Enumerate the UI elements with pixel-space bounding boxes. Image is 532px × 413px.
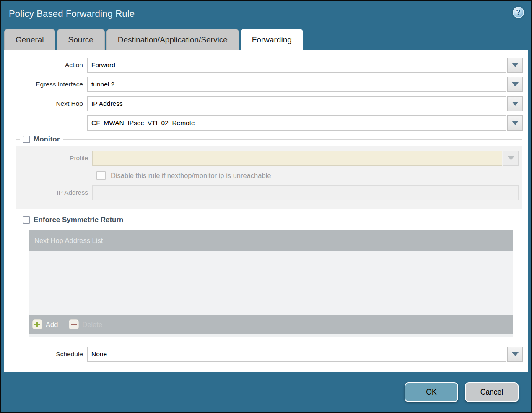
schedule-input[interactable] <box>87 347 506 362</box>
next-hop-type-input[interactable] <box>87 96 506 111</box>
legend-divider <box>127 220 522 220</box>
egress-interface-row: Egress Interface <box>4 77 523 92</box>
next-hop-combo <box>87 96 523 111</box>
enforce-symmetric-return-section: Enforce Symmetric Return Next Hop Addres… <box>16 215 522 337</box>
egress-interface-dropdown-button[interactable] <box>507 77 523 92</box>
cancel-button[interactable]: Cancel <box>465 382 519 402</box>
chevron-down-icon <box>512 82 519 86</box>
profile-dropdown-button <box>503 151 519 166</box>
schedule-row: Schedule <box>4 347 523 362</box>
monitor-section: Monitor Profile Disable this rule if nex… <box>16 135 522 209</box>
table-bottom-strip <box>29 334 513 337</box>
next-hop-label: Next Hop <box>4 100 87 107</box>
pbf-rule-dialog: Policy Based Forwarding Rule ? General S… <box>0 0 532 413</box>
disable-rule-checkbox <box>96 171 106 180</box>
action-combo <box>87 58 523 73</box>
disable-rule-row: Disable this rule if nexthop/monitor ip … <box>96 171 519 180</box>
monitor-legend: Monitor <box>16 135 522 144</box>
chevron-down-icon <box>512 121 519 125</box>
tab-destination-application-service[interactable]: Destination/Application/Service <box>106 29 239 50</box>
egress-interface-label: Egress Interface <box>4 81 87 88</box>
monitor-ip-address-row: IP Address <box>16 185 519 200</box>
chevron-down-icon <box>512 352 519 356</box>
add-button[interactable]: Add <box>32 319 58 329</box>
monitor-ip-address-combo <box>92 185 519 200</box>
disable-rule-label: Disable this rule if nexthop/monitor ip … <box>111 172 271 180</box>
profile-row: Profile <box>16 151 519 166</box>
monitor-ip-address-label: IP Address <box>16 189 92 196</box>
tab-forwarding[interactable]: Forwarding <box>241 29 303 50</box>
legend-divider <box>63 139 522 140</box>
plus-icon <box>32 319 42 329</box>
tab-source[interactable]: Source <box>57 29 105 50</box>
dialog-footer: OK Cancel <box>1 372 531 412</box>
ok-button[interactable]: OK <box>405 382 458 402</box>
action-input[interactable] <box>87 58 506 73</box>
next-hop-address-list-header: Next Hop Address List <box>29 230 513 251</box>
profile-combo <box>92 151 519 166</box>
next-hop-address-dropdown-button[interactable] <box>507 115 523 131</box>
tab-bar: General Source Destination/Application/S… <box>1 29 531 50</box>
next-hop-address-list-body[interactable] <box>29 251 513 315</box>
action-label: Action <box>4 61 87 69</box>
dialog-titlebar: Policy Based Forwarding Rule ? <box>1 1 531 29</box>
help-icon[interactable]: ? <box>513 7 524 18</box>
chevron-down-icon <box>512 63 519 67</box>
next-hop-row: Next Hop <box>4 96 523 111</box>
monitor-ip-address-input <box>92 185 519 200</box>
delete-button: Delete <box>69 319 102 329</box>
next-hop-address-list-table: Next Hop Address List Add Delete <box>29 230 513 337</box>
schedule-combo <box>87 347 523 362</box>
monitor-panel: Profile Disable this rule if nexthop/mon… <box>16 146 522 209</box>
chevron-down-icon <box>508 156 514 160</box>
dialog-title: Policy Based Forwarding Rule <box>9 8 135 19</box>
next-hop-address-input[interactable] <box>87 115 506 131</box>
next-hop-address-list-toolbar: Add Delete <box>29 315 513 334</box>
chevron-down-icon <box>512 102 519 106</box>
forwarding-tab-panel: Action Egress Interface Next Hop <box>4 50 528 372</box>
next-hop-address-row <box>4 115 523 131</box>
profile-input <box>92 151 502 166</box>
egress-interface-input[interactable] <box>87 77 506 92</box>
next-hop-dropdown-button[interactable] <box>507 96 523 111</box>
schedule-label: Schedule <box>4 350 87 358</box>
egress-interface-combo <box>87 77 523 92</box>
enforce-symmetric-return-legend: Enforce Symmetric Return <box>16 215 522 225</box>
action-dropdown-button[interactable] <box>507 58 523 73</box>
next-hop-address-combo <box>87 115 523 131</box>
enforce-symmetric-return-title: Enforce Symmetric Return <box>34 216 123 224</box>
minus-icon <box>69 319 79 329</box>
schedule-dropdown-button[interactable] <box>507 347 523 362</box>
monitor-section-title: Monitor <box>34 135 60 144</box>
action-row: Action <box>4 58 523 73</box>
add-button-label: Add <box>46 321 58 329</box>
monitor-checkbox[interactable] <box>23 136 30 143</box>
delete-button-label: Delete <box>82 321 102 329</box>
profile-label: Profile <box>16 154 92 162</box>
tab-general[interactable]: General <box>4 29 55 50</box>
enforce-symmetric-return-checkbox[interactable] <box>23 216 30 224</box>
